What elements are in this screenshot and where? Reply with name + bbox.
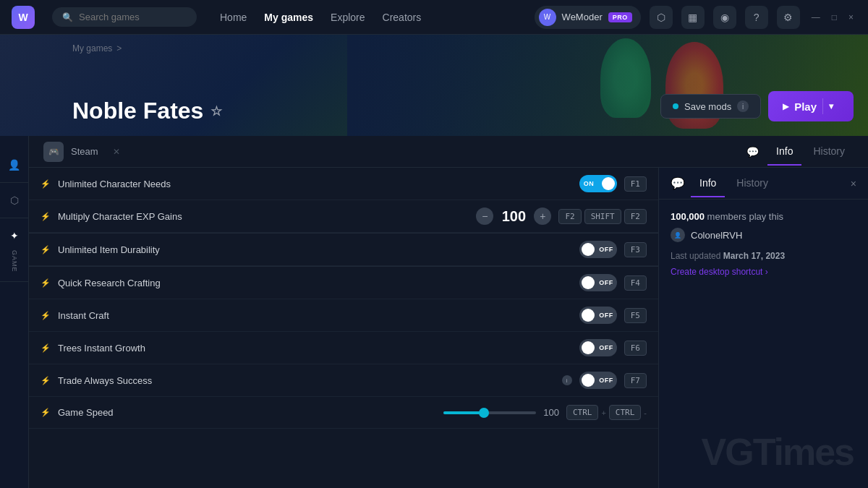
mod-name-multiply-exp: Multiply Character EXP Gains [58, 211, 469, 222]
tab-bar: 🎮 Steam ✕ 💬 Info History [29, 136, 868, 168]
stepper-value: 100 [499, 208, 528, 225]
last-updated-date: March 17, 2023 [723, 251, 785, 261]
tab-history[interactable]: History [804, 138, 854, 166]
slider-thumb[interactable] [479, 408, 489, 418]
toggle-unlimited-item-durability[interactable]: OFF [579, 241, 617, 258]
sidebar-bag-icon[interactable]: ⬡ [6, 192, 23, 209]
panel-close-button[interactable]: × [851, 178, 856, 189]
mod-name-trade-always-success: Trade Always Success [58, 375, 555, 386]
search-input[interactable] [79, 12, 187, 22]
topnav: W 🔍 Home My games Explore Creators W WeM… [0, 0, 868, 35]
toggle-knob [582, 276, 595, 289]
steam-label: Steam [71, 146, 98, 157]
inventory-icon-btn[interactable]: ⬡ [650, 6, 673, 29]
nav-right: W WeModer PRO ⬡ ▦ ◉ ? ⚙ — □ × [535, 6, 856, 29]
toggle-label: OFF [599, 312, 613, 319]
breadcrumb-link[interactable]: My games [72, 43, 112, 53]
mod-name-unlimited-item-durability: Unlimited Item Durability [58, 244, 572, 255]
steam-icon[interactable]: 🎮 [43, 142, 64, 162]
maximize-btn[interactable]: □ [829, 9, 840, 25]
toggle-knob [582, 309, 595, 322]
key-f4: F4 [624, 275, 647, 291]
toggle-trees-instant-growth[interactable]: OFF [579, 339, 617, 356]
sidebar-game-icon[interactable]: ✦ [6, 227, 23, 244]
nav-home[interactable]: Home [220, 12, 247, 23]
play-button[interactable]: ▶ Play ▾ [768, 91, 854, 121]
minimize-btn[interactable]: — [809, 9, 823, 25]
stepper-minus[interactable]: − [476, 207, 493, 225]
key-group-f2: F2 SHIFT F2 [558, 209, 647, 224]
mod-row-trees-instant-growth: ⚡ Trees Instant Growth OFF F6 [29, 332, 658, 364]
toggle-unlimited-character-needs[interactable]: ON [579, 175, 617, 192]
user-badge: W WeModer PRO [535, 6, 641, 29]
stepper-multiply-exp: − 100 + [476, 207, 551, 225]
lightning-icon: ⚡ [41, 376, 51, 385]
key-group-f4: F4 [624, 275, 647, 291]
panel-close-icon[interactable]: ✕ [113, 147, 120, 157]
toggle-label: OFF [599, 377, 613, 384]
banner-actions: Save mods i ▶ Play ▾ [660, 91, 854, 121]
sidebar-game-label: Game [11, 250, 18, 273]
lightning-icon: ⚡ [41, 311, 51, 320]
toggle-trade-always-success[interactable]: OFF [579, 372, 617, 389]
key-f3: F3 [624, 242, 647, 257]
avatar-letter: W [544, 13, 550, 21]
close-btn[interactable]: × [846, 9, 856, 25]
nav-links: Home My games Explore Creators [220, 12, 421, 23]
toggle-knob [582, 374, 595, 387]
help-icon-btn[interactable]: ? [745, 6, 768, 29]
key-group-f7: F7 [624, 373, 647, 388]
toggle-label: OFF [599, 246, 613, 253]
mod-name-instant-craft: Instant Craft [58, 310, 572, 321]
toggle-knob [582, 341, 595, 354]
breadcrumb-sep: > [116, 43, 122, 53]
key-f6: F6 [624, 341, 647, 356]
nav-explore[interactable]: Explore [331, 12, 365, 23]
key-minus: - [644, 408, 647, 417]
key-group-f1: F1 [624, 176, 647, 192]
mod-row-unlimited-item-durability: ⚡ Unlimited Item Durability OFF F3 [29, 234, 658, 266]
nav-my-games[interactable]: My games [264, 12, 313, 23]
info-tab-info[interactable]: Info [691, 170, 725, 197]
favorite-star-icon[interactable]: ☆ [210, 103, 222, 119]
mod-row-instant-craft: ⚡ Instant Craft OFF F5 [29, 299, 658, 332]
save-mods-button[interactable]: Save mods i [660, 94, 761, 119]
comment-icon: 💬 [746, 146, 759, 158]
mod-list-area: ⚡ Unlimited Character Needs ON F1 ⚡ Mult… [29, 168, 658, 488]
nav-creators[interactable]: Creators [383, 12, 422, 23]
desktop-shortcut-link[interactable]: Create desktop shortcut › [671, 267, 856, 277]
toggle-quick-research[interactable]: OFF [579, 274, 617, 291]
lightning-icon: ⚡ [41, 179, 51, 189]
info-panel-header: 💬 Info History × [659, 168, 868, 200]
search-box: 🔍 [52, 7, 197, 27]
toggle-label: OFF [599, 344, 613, 351]
discord-icon-btn[interactable]: ◉ [713, 6, 736, 29]
key-group-f3: F3 [624, 242, 647, 257]
toggle-knob [602, 177, 615, 190]
info-tab-history[interactable]: History [728, 170, 777, 197]
settings-icon-btn[interactable]: ⚙ [777, 6, 800, 29]
breadcrumb: My games > [72, 43, 122, 53]
play-dropdown-icon[interactable]: ▾ [822, 98, 839, 114]
save-mods-label: Save mods [684, 101, 731, 112]
app-logo: W [12, 6, 35, 29]
toggle-label: OFF [599, 279, 613, 286]
sidebar-icon-group-bag: ⬡ [0, 183, 28, 218]
storage-icon-btn[interactable]: ▦ [681, 6, 705, 29]
toggle-label: ON [584, 180, 595, 187]
content-wrapper: 🎮 Steam ✕ 💬 Info History ⚡ Unlimited Cha… [29, 136, 868, 488]
mod-info-icon-trade[interactable]: i [562, 375, 572, 385]
save-mods-info-icon[interactable]: i [737, 100, 749, 112]
mod-name-trees-instant-growth: Trees Instant Growth [58, 343, 572, 354]
sidebar-person-icon[interactable]: 👤 [6, 156, 23, 174]
key-f5: F5 [624, 308, 647, 323]
lightning-icon: ⚡ [41, 408, 51, 417]
mod-name-unlimited-character-needs: Unlimited Character Needs [58, 179, 572, 189]
stepper-plus[interactable]: + [534, 207, 551, 225]
lightning-icon: ⚡ [41, 245, 51, 254]
mod-row-game-speed: ⚡ Game Speed 100 CTRL + CTRL - [29, 397, 658, 429]
comment-icon: 💬 [671, 176, 685, 190]
tab-info[interactable]: Info [767, 138, 801, 166]
toggle-instant-craft[interactable]: OFF [579, 307, 617, 324]
mod-name-game-speed: Game Speed [58, 407, 436, 418]
